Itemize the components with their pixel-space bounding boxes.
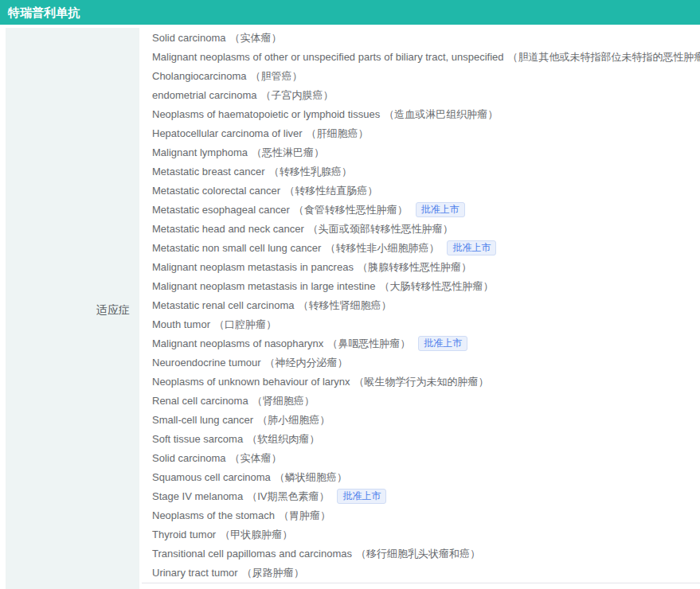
indication-name-zh: （肾细胞癌） xyxy=(252,395,315,407)
indication-name-en: Metastatic colorectal cancer xyxy=(152,185,280,197)
indication-row: Urinary tract tumor（尿路肿瘤） xyxy=(152,564,700,583)
indication-row: Neuroendocrine tumour（神经内分泌瘤） xyxy=(152,353,700,373)
indications-list: Solid carcinoma（实体瘤） Malignant neoplasms… xyxy=(142,28,700,583)
indications-label-cell: 适应症 xyxy=(6,28,139,589)
indication-row: Metastatic breast cancer（转移性乳腺癌） xyxy=(152,162,700,181)
indication-name-en: Malignant neoplasms of other or unspecif… xyxy=(152,51,504,63)
indication-name-zh: （胃肿瘤） xyxy=(279,509,330,521)
indication-name-zh: （实体瘤） xyxy=(230,452,282,464)
indication-name-en: Malignant lymphoma xyxy=(152,146,248,158)
indication-name-en: Mouth tumor xyxy=(152,318,210,330)
indication-name-zh: （鼻咽恶性肿瘤） xyxy=(327,337,410,349)
indication-name-en: Solid carcinoma xyxy=(152,452,226,464)
indication-row: Metastatic head and neck cancer（头面或颈部转移性… xyxy=(152,220,700,239)
indication-name-en: Metastatic breast cancer xyxy=(152,166,265,177)
indication-name-zh: （肺小细胞癌） xyxy=(257,414,330,426)
indication-row: endometrial carcinoma（子宫内膜癌） xyxy=(152,86,700,105)
indication-name-en: Small-cell lung cancer xyxy=(152,414,253,426)
indication-name-zh: （子宫内膜癌） xyxy=(261,89,334,101)
indication-name-zh: （转移性结直肠癌） xyxy=(284,185,377,197)
drug-title-bar: 特瑞普利单抗 xyxy=(0,0,700,25)
indication-name-en: Neoplasms of unknown behaviour of larynx xyxy=(152,376,350,388)
indication-name-zh: （恶性淋巴瘤） xyxy=(252,146,324,158)
indication-name-zh: （转移性乳腺癌） xyxy=(269,166,352,177)
approval-status-badge[interactable]: 批准上市 xyxy=(416,202,465,217)
indication-name-en: Solid carcinoma xyxy=(152,32,226,44)
indications-table: 适应症 Solid carcinoma（实体瘤） Malignant neopl… xyxy=(6,28,695,589)
indication-row: Malignant lymphoma（恶性淋巴瘤） xyxy=(152,143,700,162)
indication-name-en: Neoplasms of haematopoietic or lymphoid … xyxy=(152,108,380,120)
indication-row: Mouth tumor（口腔肿瘤） xyxy=(152,315,700,334)
indication-name-zh: （转移性非小细胞肺癌） xyxy=(325,242,439,254)
indication-name-zh: （头面或颈部转移性恶性肿瘤） xyxy=(308,223,453,235)
indication-row: Small-cell lung cancer（肺小细胞癌） xyxy=(152,411,700,430)
indication-name-zh: （肝细胞癌） xyxy=(307,127,369,139)
indication-name-zh: （造血或淋巴组织肿瘤） xyxy=(384,108,498,120)
indication-name-en: Transitional cell papillomas and carcino… xyxy=(152,548,352,560)
indication-name-zh: （大肠转移性恶性肿瘤） xyxy=(379,280,493,292)
indication-name-en: Soft tissue sarcoma xyxy=(152,433,243,445)
indications-label: 适应症 xyxy=(96,303,130,318)
indication-name-en: Thyroid tumor xyxy=(152,529,216,540)
indication-name-zh: （胆管癌） xyxy=(251,70,303,82)
drug-title: 特瑞普利单抗 xyxy=(8,6,80,19)
indication-row: Malignant neoplasms of nasopharynx（鼻咽恶性肿… xyxy=(152,334,700,353)
indication-row: Thyroid tumor（甲状腺肿瘤） xyxy=(152,525,700,544)
indication-row: Neoplasms of the stomach（胃肿瘤） xyxy=(152,506,700,525)
indication-row: Metastatic esophageal cancer（食管转移性恶性肿瘤）批… xyxy=(152,201,700,220)
indication-name-en: Metastatic esophageal cancer xyxy=(152,204,290,216)
indication-row: Neoplasms of haematopoietic or lymphoid … xyxy=(152,105,700,124)
indication-name-zh: （胆道其他或未特指部位未特指的恶性肿瘤） xyxy=(508,51,700,63)
indication-row: Renal cell carcinoma（肾细胞癌） xyxy=(152,392,700,411)
indication-name-en: Squamous cell carcinoma xyxy=(152,471,271,483)
indication-name-zh: （IV期黑色素瘤） xyxy=(247,490,329,502)
indication-name-en: endometrial carcinoma xyxy=(152,89,257,101)
indication-row: Metastatic non small cell lung cancer（转移… xyxy=(152,239,700,258)
indication-name-en: Malignant neoplasms of nasopharynx xyxy=(152,337,323,349)
indication-row: Cholangiocarcinoma（胆管癌） xyxy=(152,67,700,86)
approval-status-badge[interactable]: 批准上市 xyxy=(447,240,496,255)
indication-name-zh: （胰腺转移性恶性肿瘤） xyxy=(358,261,471,273)
indication-row: Hepatocellular carcinoma of liver（肝细胞癌） xyxy=(152,124,700,143)
indication-row: Metastatic colorectal cancer（转移性结直肠癌） xyxy=(152,181,700,201)
indication-row: Metastatic renal cell carcinoma（转移性肾细胞癌） xyxy=(152,296,700,315)
indication-name-en: Metastatic renal cell carcinoma xyxy=(152,299,294,311)
indication-name-zh: （喉生物学行为未知的肿瘤） xyxy=(354,376,489,388)
indication-name-en: Cholangiocarcinoma xyxy=(152,70,247,82)
indication-name-en: Neoplasms of the stomach xyxy=(152,509,275,521)
indication-row: Transitional cell papillomas and carcino… xyxy=(152,544,700,564)
indication-name-en: Hepatocellular carcinoma of liver xyxy=(152,127,303,139)
indication-row: Malignant neoplasms of other or unspecif… xyxy=(152,48,700,67)
indication-name-zh: （甲状腺肿瘤） xyxy=(220,529,292,540)
indication-row: Malignant neoplasm metastasis in pancrea… xyxy=(152,258,700,277)
indication-name-zh: （移行细胞乳头状瘤和癌） xyxy=(356,548,480,560)
indication-name-en: Urinary tract tumor xyxy=(152,567,238,579)
indication-name-zh: （口腔肿瘤） xyxy=(214,318,276,330)
indication-name-en: Metastatic non small cell lung cancer xyxy=(152,242,321,254)
indication-row: Solid carcinoma（实体瘤） xyxy=(152,449,700,468)
indication-name-en: Malignant neoplasm metastasis in pancrea… xyxy=(152,261,354,273)
indication-name-zh: （食管转移性恶性肿瘤） xyxy=(294,204,408,216)
indication-name-en: Metastatic head and neck cancer xyxy=(152,223,304,235)
indication-name-en: Renal cell carcinoma xyxy=(152,395,248,407)
indication-name-zh: （实体瘤） xyxy=(230,32,282,44)
indication-name-zh: （鳞状细胞癌） xyxy=(275,471,347,483)
indication-row: Malignant neoplasm metastasis in large i… xyxy=(152,277,700,296)
indication-row: Solid carcinoma（实体瘤） xyxy=(152,29,700,48)
indication-row: Squamous cell carcinoma（鳞状细胞癌） xyxy=(152,468,700,487)
indication-name-en: Stage IV melanoma xyxy=(152,490,243,502)
indication-row: Neoplasms of unknown behaviour of larynx… xyxy=(152,373,700,392)
approval-status-badge[interactable]: 批准上市 xyxy=(337,489,386,504)
indication-name-zh: （软组织肉瘤） xyxy=(247,433,319,445)
indication-name-en: Malignant neoplasm metastasis in large i… xyxy=(152,280,375,292)
approval-status-badge[interactable]: 批准上市 xyxy=(418,336,467,351)
indication-row: Stage IV melanoma（IV期黑色素瘤）批准上市 xyxy=(152,487,700,506)
indication-row: Soft tissue sarcoma（软组织肉瘤） xyxy=(152,430,700,449)
indication-name-zh: （尿路肿瘤） xyxy=(242,567,304,579)
indication-name-zh: （神经内分泌瘤） xyxy=(265,357,348,369)
indication-name-en: Neuroendocrine tumour xyxy=(152,357,261,369)
indication-name-zh: （转移性肾细胞癌） xyxy=(298,299,391,311)
